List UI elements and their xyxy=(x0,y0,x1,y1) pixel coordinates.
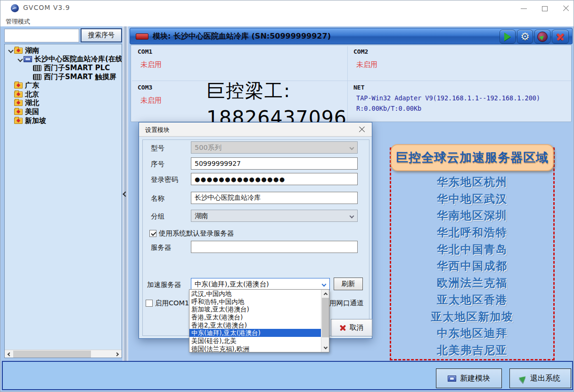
dropdown-option[interactable]: 德国(法兰克福),欧洲 xyxy=(189,345,322,352)
module-settings-button[interactable]: ⚙ xyxy=(517,30,533,44)
folder-icon xyxy=(14,109,23,115)
dropdown-option[interactable]: 武汉,中国内地 xyxy=(189,290,322,298)
menu-item-manage-mode[interactable]: 管理模式 xyxy=(4,17,32,26)
dropdown-option[interactable]: 香港2,亚太(港澳台) xyxy=(189,321,322,329)
net-label: NET xyxy=(353,84,364,91)
serial-input[interactable] xyxy=(191,157,358,170)
region-item: 华西中国成都 xyxy=(437,259,508,273)
tree-item-label: 美国 xyxy=(25,107,39,116)
checkbox-unchecked-icon[interactable] xyxy=(146,300,153,307)
com1-status: 未启用 xyxy=(140,60,162,69)
tree-item[interactable]: 美国 xyxy=(5,107,122,116)
com1-label: COM1 xyxy=(138,48,152,55)
accel-server-select[interactable]: 中东(迪拜),亚太(港澳台) xyxy=(191,278,330,290)
dropdown-option[interactable]: 新加坡,亚太(港澳台) xyxy=(189,305,322,313)
com3-status: 未启用 xyxy=(140,96,162,105)
net-adapter-info: TAP-Win32 Adapter V9(192.168.1.1--192.16… xyxy=(356,94,540,102)
folder-icon xyxy=(14,100,23,106)
device-icon xyxy=(33,65,41,71)
region-item: 中东地区迪拜 xyxy=(437,326,508,341)
name-label: 名称 xyxy=(151,194,164,203)
scroll-down-icon[interactable] xyxy=(321,344,329,352)
scrollbar-thumb[interactable] xyxy=(13,351,91,358)
tree-item-label: 长沙中心医院血站冷库(在线 xyxy=(34,55,122,64)
default-server-checkbox[interactable]: 使用系统默认登录服务器 xyxy=(149,229,234,238)
module-icon xyxy=(448,376,456,382)
server-input[interactable] xyxy=(191,241,358,253)
tree-item-label: 湖北 xyxy=(25,99,39,108)
serial-label: 序号 xyxy=(151,160,164,169)
dropdown-option[interactable]: 美国(硅谷),北美 xyxy=(189,337,322,345)
dropdown-scrollbar[interactable] xyxy=(321,290,329,352)
close-icon xyxy=(359,126,365,133)
window-titlebar: GVCOM V3.9 xyxy=(0,0,574,16)
password-label: 登录密码 xyxy=(151,175,178,184)
chevron-down-icon xyxy=(26,65,33,70)
tree: 湖南长沙中心医院血站冷库(在线西门子SMART PLC西门子SMART 触摸屏广… xyxy=(5,46,122,125)
dropdown-option[interactable]: 呼和浩特,中国内地 xyxy=(189,298,322,306)
chevron-down-icon[interactable] xyxy=(17,57,24,62)
scroll-left-icon[interactable] xyxy=(5,350,13,358)
tree-item[interactable]: 长沙中心医院血站冷库(在线 xyxy=(5,55,122,64)
checkbox-checked-icon[interactable] xyxy=(149,230,156,237)
collapse-panel-icon[interactable] xyxy=(123,191,128,196)
region-item: 华北呼和浩特 xyxy=(437,225,508,240)
module-header: 模块: 长沙中心医院血站冷库 (SN:50999999927) ⚙ xyxy=(130,28,573,44)
scroll-up-icon[interactable] xyxy=(321,290,329,297)
name-input[interactable] xyxy=(191,192,358,204)
exit-system-button[interactable]: 退出系统 xyxy=(509,368,571,388)
tree-item[interactable]: 西门子SMART PLC xyxy=(5,64,122,73)
tree-item[interactable]: 西门子SMART 触摸屏 xyxy=(5,73,122,82)
cancel-button[interactable]: 取消 xyxy=(331,319,372,336)
tree-item[interactable]: 湖北 xyxy=(5,99,122,108)
tree-horizontal-scrollbar[interactable] xyxy=(5,350,122,358)
tree-item[interactable]: 北京 xyxy=(5,90,122,99)
chevron-down-icon[interactable] xyxy=(8,48,14,53)
region-item: 华南地区深圳 xyxy=(437,208,508,223)
close-button[interactable] xyxy=(557,2,574,15)
tree-item[interactable]: 广东 xyxy=(5,81,122,90)
red-x-icon xyxy=(340,325,346,331)
dropdown-option[interactable]: 中东(迪拜),亚太(港澳台) xyxy=(189,329,322,337)
region-item: 华东地区杭州 xyxy=(437,175,508,189)
start-module-button[interactable] xyxy=(500,30,516,44)
group-select[interactable]: 湖南 xyxy=(191,210,358,222)
exit-arrow-icon xyxy=(519,374,528,383)
enable-com1-checkbox[interactable]: 启用COM1通 xyxy=(146,299,196,308)
port-status-panel: COM1 未启用 COM2 未启用 COM3 未启用 NET TAP-Win32… xyxy=(131,45,572,122)
enable-net-channel-checkbox[interactable]: 用网口通道 xyxy=(329,299,364,308)
app-window: GVCOM V3.9 管理模式 搜索序号 湖南长沙中心医院血站冷库(在线西门子S… xyxy=(0,0,574,392)
com3-label: COM3 xyxy=(138,84,152,91)
password-input[interactable] xyxy=(191,173,358,185)
red-x-icon xyxy=(556,33,565,41)
tree-item[interactable]: 湖南 xyxy=(5,46,122,55)
module-tree-panel[interactable]: 湖南长沙中心医院血站冷库(在线西门子SMART PLC西门子SMART 触摸屏广… xyxy=(4,44,122,358)
search-serial-button[interactable]: 搜索序号 xyxy=(81,28,122,42)
region-item: 华中地区武汉 xyxy=(437,192,508,206)
accel-server-dropdown-list: 武汉,中国内地呼和浩特,中国内地新加坡,亚太(港澳台)香港,亚太(港澳台)香港2… xyxy=(189,289,329,352)
dropdown-option[interactable]: 香港,亚太(港澳台) xyxy=(189,313,322,321)
com2-status: 未启用 xyxy=(356,60,377,69)
panel-splitter[interactable] xyxy=(123,26,128,361)
refresh-button[interactable]: 刷新 xyxy=(334,278,363,290)
scrollbar-thumb[interactable] xyxy=(322,298,329,337)
search-input[interactable] xyxy=(4,29,79,42)
dialog-titlebar[interactable]: 设置模块 xyxy=(139,122,372,137)
dialog-close-button[interactable] xyxy=(357,125,367,134)
chevron-down-icon xyxy=(350,146,354,150)
workarea: 搜索序号 湖南长沙中心医院血站冷库(在线西门子SMART PLC西门子SMART… xyxy=(0,26,574,392)
delete-module-button[interactable] xyxy=(552,30,569,44)
app-logo-icon xyxy=(11,4,19,12)
window-title: GVCOM V3.9 xyxy=(23,4,70,11)
module-network-button[interactable] xyxy=(534,30,550,44)
chevron-down-icon xyxy=(8,92,14,97)
maximize-button[interactable] xyxy=(535,2,554,15)
scroll-right-icon[interactable] xyxy=(114,350,122,358)
accel-server-label: 加速服务器 xyxy=(147,280,181,289)
minimize-button[interactable] xyxy=(514,2,533,15)
new-module-button[interactable]: 新建模块 xyxy=(436,368,502,388)
region-item: 亚太地区香港 xyxy=(437,293,508,307)
tree-item[interactable]: 新加坡 xyxy=(5,116,122,125)
tree-item-label: 新加坡 xyxy=(25,116,46,125)
contact-overlay: 巨控梁工: 18826437096 xyxy=(206,78,353,129)
